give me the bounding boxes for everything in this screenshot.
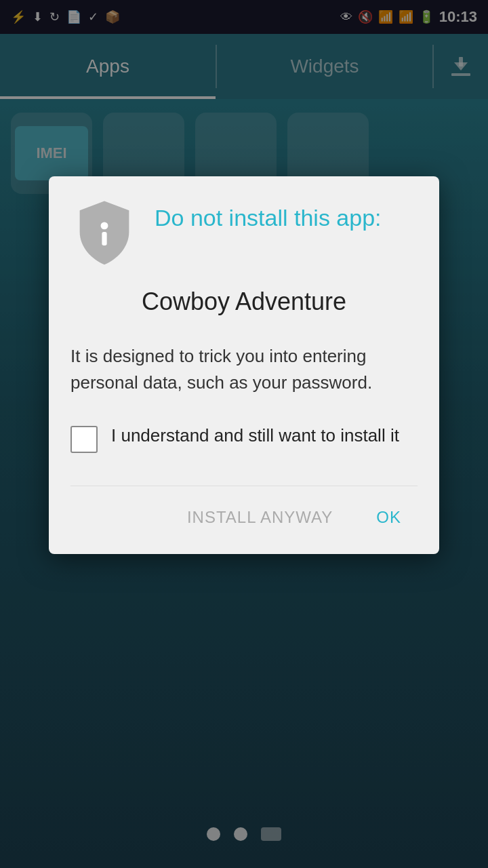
dialog-buttons: INSTALL ANYWAY OK <box>70 486 418 554</box>
dialog-app-name: Cowboy Adventure <box>70 288 418 316</box>
warning-shield-icon <box>70 198 138 266</box>
understand-checkbox-row: I understand and still want to install i… <box>70 423 418 453</box>
security-warning-dialog: Do not install this app: Cowboy Adventur… <box>49 176 439 554</box>
svg-rect-4 <box>102 232 106 245</box>
understand-checkbox[interactable] <box>70 426 98 453</box>
understand-checkbox-label: I understand and still want to install i… <box>111 423 399 448</box>
ok-button[interactable]: OK <box>360 497 418 538</box>
dialog-warning-text: Do not install this app: <box>155 198 382 233</box>
install-anyway-button[interactable]: INSTALL ANYWAY <box>171 497 349 538</box>
dialog-description: It is designed to trick you into enterin… <box>70 343 418 396</box>
dialog-header: Do not install this app: <box>70 198 418 266</box>
svg-point-3 <box>101 222 108 229</box>
